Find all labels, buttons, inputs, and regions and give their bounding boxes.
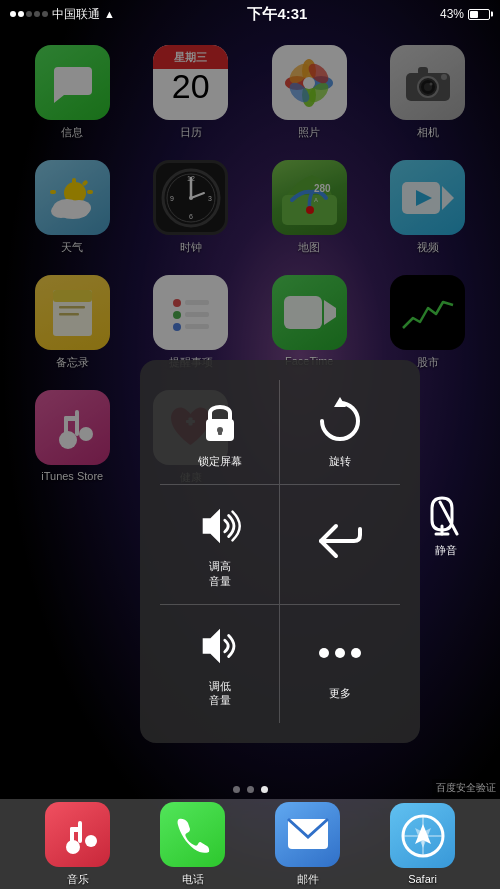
lock-label: 锁定屏幕 <box>198 454 242 468</box>
signal-dot-1 <box>10 11 16 17</box>
svg-point-71 <box>335 648 345 658</box>
rotate-label: 旋转 <box>329 454 351 468</box>
battery-indicator <box>468 9 490 20</box>
svg-point-72 <box>351 648 361 658</box>
svg-point-75 <box>85 835 97 847</box>
dock-mail[interactable]: 邮件 <box>275 802 340 887</box>
mute-label: 静音 <box>435 543 457 558</box>
context-menu: 锁定屏幕 旋转 调高 音量 <box>140 360 420 743</box>
status-right: 43% <box>440 7 490 21</box>
volume-up-label: 调高 音量 <box>209 559 231 588</box>
dock-phone[interactable]: 电话 <box>160 802 225 887</box>
signal-dot-3 <box>26 11 32 17</box>
page-dot-2 <box>247 786 254 793</box>
watermark: 百度安全验证 <box>432 779 500 797</box>
battery-fill <box>470 11 478 18</box>
battery-body <box>468 9 490 20</box>
more-label: 更多 <box>329 686 351 700</box>
svg-marker-68 <box>202 509 219 544</box>
status-left: 中国联通 ▲ <box>10 6 115 23</box>
menu-volume-down[interactable]: 调低 音量 <box>160 605 280 724</box>
mail-label: 邮件 <box>297 872 319 887</box>
page-dot-1 <box>233 786 240 793</box>
svg-rect-78 <box>70 827 82 832</box>
menu-mute[interactable]: 静音 <box>422 490 470 558</box>
safari-label: Safari <box>408 873 437 885</box>
page-dots <box>0 786 500 793</box>
phone-dock-icon <box>160 802 225 867</box>
signal-dot-5 <box>42 11 48 17</box>
lock-icon <box>195 396 245 446</box>
music-label: 音乐 <box>67 872 89 887</box>
time-display: 下午4:31 <box>247 5 307 24</box>
signal-dot-4 <box>34 11 40 17</box>
music-dock-icon <box>45 802 110 867</box>
watermark-text: 百度安全验证 <box>436 782 496 793</box>
mail-dock-icon <box>275 802 340 867</box>
more-icon <box>315 628 365 678</box>
svg-marker-69 <box>202 629 219 664</box>
phone-label: 电话 <box>182 872 204 887</box>
menu-more[interactable]: 更多 <box>280 605 400 724</box>
volume-up-icon <box>195 501 245 551</box>
wifi-icon: ▲ <box>104 8 115 20</box>
battery-percent: 43% <box>440 7 464 21</box>
menu-back[interactable] <box>280 485 400 605</box>
carrier-label: 中国联通 <box>52 6 100 23</box>
status-bar: 中国联通 ▲ 下午4:31 43% <box>0 0 500 28</box>
back-icon <box>315 516 365 566</box>
dock-safari[interactable]: Safari <box>390 803 455 885</box>
dock-music[interactable]: 音乐 <box>45 802 110 887</box>
signal-dot-2 <box>18 11 24 17</box>
menu-lock-screen[interactable]: 锁定屏幕 <box>160 380 280 485</box>
svg-point-70 <box>319 648 329 658</box>
page-dot-3 <box>261 786 268 793</box>
volume-down-label: 调低 音量 <box>209 679 231 708</box>
rotate-icon <box>315 396 365 446</box>
signal-dots <box>10 11 48 17</box>
menu-volume-up[interactable]: 调高 音量 <box>160 485 280 605</box>
volume-down-icon <box>195 621 245 671</box>
dock: 音乐 电话 邮件 Safari <box>0 799 500 889</box>
svg-rect-66 <box>218 430 222 435</box>
menu-rotate[interactable]: 旋转 <box>280 380 400 485</box>
safari-dock-icon <box>390 803 455 868</box>
